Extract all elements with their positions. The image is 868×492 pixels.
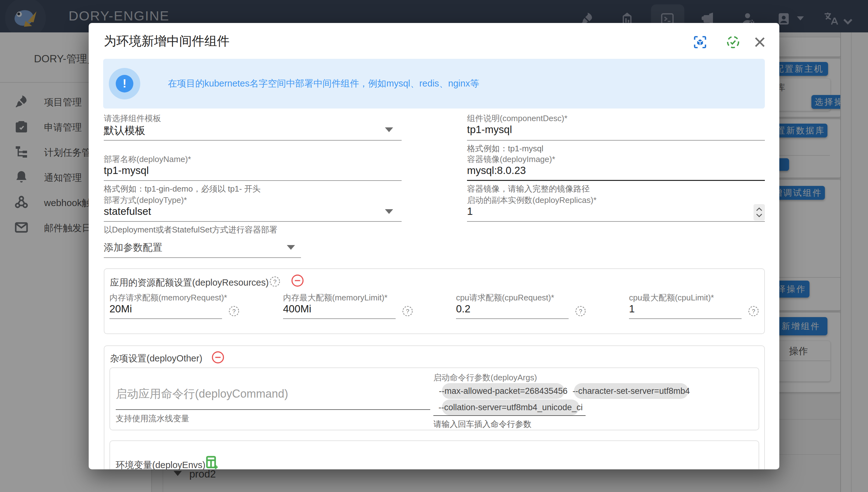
input-underline	[104, 180, 402, 181]
alert-message: 在项目的kubernetes名字空间中部署中间件组件，例如mysql、redis…	[168, 59, 479, 108]
remove-other-icon[interactable]	[211, 351, 225, 364]
svg-text:?: ?	[232, 308, 236, 315]
cube-scan-icon[interactable]	[693, 35, 707, 49]
deploy-name-input[interactable]: tp1-mysql	[104, 165, 149, 176]
deploy-image-hint: 容器镜像，请输入完整的镜像路径	[467, 183, 590, 194]
help-icon[interactable]: ?	[748, 305, 759, 317]
help-icon[interactable]: ?	[269, 276, 281, 287]
chevron-down-icon[interactable]	[385, 209, 393, 214]
chevron-up-icon[interactable]	[756, 207, 763, 212]
deploy-image-input[interactable]: mysql:8.0.23	[467, 165, 526, 176]
arg-chip[interactable]: --character-set-server=utf8mb4	[574, 383, 688, 399]
memory-limit-input[interactable]: 400Mi	[283, 303, 311, 315]
cpu-limit-input[interactable]: 1	[629, 303, 635, 315]
add-middleware-dialog: 为环境新增中间件组件 ! 在项目的kubernetes名字空间中部署中间件组件，…	[89, 23, 779, 469]
deploy-resources-title: 应用的资源配额设置(deployResources)	[110, 276, 269, 289]
deploy-type-hint: 以Deployment或者StatefulSet方式进行容器部署	[104, 224, 277, 235]
svg-text:?: ?	[752, 308, 756, 315]
help-icon[interactable]: ?	[575, 305, 586, 317]
deploy-replicas-label: 启动的副本实例数(deployReplicas)*	[467, 195, 596, 206]
input-underline	[104, 221, 402, 222]
deploy-image-label: 容器镜像(deployImage)*	[467, 154, 555, 165]
memory-limit-label: 内存最大配额(memoryLimit)*	[283, 292, 387, 303]
cpu-limit-label: cpu最大配额(cpuLimit)*	[629, 292, 714, 303]
memory-request-input[interactable]: 20Mi	[109, 303, 132, 315]
template-select-value[interactable]: 默认模板	[104, 124, 145, 138]
input-underline	[109, 318, 222, 319]
screen: DORY-ENGINE	[0, 0, 868, 492]
close-icon[interactable]	[752, 35, 767, 49]
arg-chip[interactable]: --collation-server=utf8mb4_unicode_ci	[442, 399, 579, 415]
table-add-icon[interactable]	[204, 455, 220, 469]
deploy-command-input[interactable]: 启动应用命令行(deployCommand)	[116, 386, 288, 402]
component-desc-label: 组件说明(componentDesc)*	[467, 113, 567, 124]
dialog-title: 为环境新增中间件组件	[104, 32, 230, 50]
deploy-args-hint: 请输入回车插入命令行参数	[433, 419, 532, 430]
chevron-down-icon[interactable]	[287, 245, 295, 250]
component-desc-hint: 格式例如：tp1-mysql	[467, 143, 543, 154]
remove-resources-icon[interactable]	[291, 274, 304, 287]
svg-text:?: ?	[579, 308, 583, 315]
deploy-args-label: 启动命令行参数(deployArgs)	[433, 372, 537, 383]
template-select-label: 请选择组件模板	[104, 113, 161, 124]
deploy-replicas-input[interactable]: 1	[467, 205, 473, 217]
input-underline	[629, 318, 742, 319]
input-underline	[467, 221, 765, 222]
input-underline	[104, 257, 301, 258]
check-circle-icon[interactable]	[726, 35, 740, 49]
add-param-select[interactable]: 添加参数配置	[104, 241, 162, 254]
input-underline	[104, 140, 402, 141]
deploy-envs-title: 环境变量(deployEnvs)	[116, 459, 205, 469]
help-icon[interactable]: ?	[228, 305, 240, 317]
input-underline	[116, 409, 430, 410]
deploy-type-value[interactable]: statefulset	[104, 205, 151, 217]
number-stepper[interactable]	[754, 204, 765, 221]
input-underline	[456, 318, 569, 319]
info-icon: !	[109, 68, 140, 99]
deploy-type-label: 部署方式(deployType)*	[104, 195, 187, 206]
svg-text:?: ?	[273, 278, 277, 285]
input-underline	[283, 318, 395, 319]
info-alert: ! 在项目的kubernetes名字空间中部署中间件组件，例如mysql、red…	[103, 59, 765, 108]
arg-chip[interactable]: --max-allowed-packet=268435456	[442, 383, 564, 399]
chevron-down-icon[interactable]	[756, 213, 763, 218]
cpu-request-label: cpu请求配额(cpuRequest)*	[456, 292, 554, 303]
deploy-name-label: 部署名称(deployName)*	[104, 154, 191, 165]
chevron-down-icon[interactable]	[385, 127, 393, 132]
input-underline-focused	[467, 180, 765, 181]
help-icon[interactable]: ?	[402, 305, 413, 317]
input-underline	[433, 415, 586, 416]
deploy-name-hint: 格式例如：tp1-gin-demo，必须以 tp1- 开头	[104, 183, 260, 194]
memory-request-label: 内存请求配额(memoryRequest)*	[109, 292, 227, 303]
component-desc-input[interactable]: tp1-mysql	[467, 124, 512, 136]
cpu-request-input[interactable]: 0.2	[456, 303, 470, 315]
deploy-command-hint: 支持使用流水线变量	[116, 413, 189, 424]
svg-text:?: ?	[406, 308, 409, 315]
deploy-other-title: 杂项设置(deployOther)	[110, 352, 202, 365]
input-underline	[467, 140, 765, 141]
